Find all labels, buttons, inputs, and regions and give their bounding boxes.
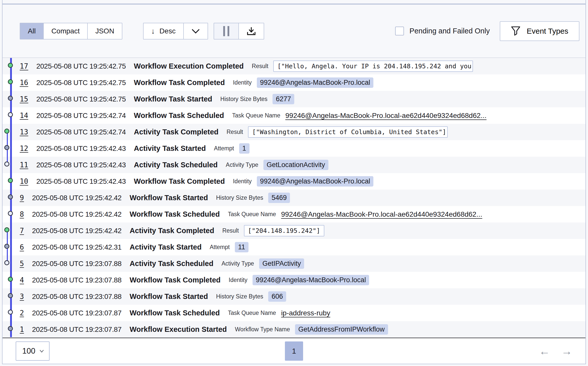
sort-order-label: Desc [160,27,176,35]
sort-options-dropdown-button[interactable] [184,23,208,39]
pending-failed-checkbox[interactable] [395,27,404,35]
event-types-button[interactable]: Event Types [500,21,579,41]
previous-page-button[interactable]: ← [539,345,550,357]
event-id-link[interactable]: 8 [20,210,24,218]
top-strip [3,0,585,4]
page-size-value: 100 [22,347,35,356]
event-row[interactable]: 1 2025-05-08 UTC 19:23:07.87 Workflow Ex… [3,321,585,338]
event-attribute: Attempt 1 [214,143,249,154]
event-attr-value: 1 [239,143,250,154]
event-row[interactable]: 16 2025-05-08 UTC 19:25:42.75 Workflow T… [3,74,585,91]
event-attribute: Workflow Type Name GetAddressFromIPWorkf… [235,324,388,335]
event-attr-label: Identity [229,277,247,283]
event-timestamp: 2025-05-08 UTC 19:25:42.74 [36,112,126,120]
event-name: Activity Task Started [130,243,202,251]
event-attr-value[interactable]: 99246@Angelas-MacBook-Pro.local-ae62d440… [285,112,487,120]
pause-icon [223,26,229,36]
event-row[interactable]: 13 2025-05-08 UTC 19:25:42.74 Activity T… [3,124,585,140]
event-row[interactable]: 10 2025-05-08 UTC 19:25:42.43 Workflow T… [3,173,585,190]
filter-funnel-icon [511,26,521,36]
event-name: Workflow Task Started [130,292,208,301]
event-row[interactable]: 5 2025-05-08 UTC 19:23:07.88 Activity Ta… [3,255,585,272]
event-attr-value: ["Washington, District of Columbia, Unit… [248,126,448,138]
event-row[interactable]: 11 2025-05-08 UTC 19:25:42.43 Activity T… [3,157,585,173]
next-page-button[interactable]: → [561,345,572,357]
event-attr-label: Result [222,227,239,234]
event-table: 17 2025-05-08 UTC 19:25:42.75 Workflow E… [3,57,585,337]
event-id-link[interactable]: 15 [20,95,28,103]
event-attribute: Task Queue Name 99246@Angelas-MacBook-Pr… [232,112,486,120]
current-page-button[interactable]: 1 [285,341,303,361]
event-row[interactable]: 12 2025-05-08 UTC 19:25:42.43 Activity T… [3,140,585,157]
pending-failed-label: Pending and Failed Only [410,27,490,35]
event-timestamp: 2025-05-08 UTC 19:23:07.88 [32,293,122,301]
event-id-link[interactable]: 5 [20,259,24,268]
event-status-dot [8,310,13,315]
view-mode-json-button[interactable]: JSON [88,23,122,39]
event-row[interactable]: 6 2025-05-08 UTC 19:25:42.31 Activity Ta… [3,239,585,255]
event-row[interactable]: 4 2025-05-08 UTC 19:23:07.88 Workflow Ta… [3,272,585,288]
event-attribute: Task Queue Name 99246@Angelas-MacBook-Pr… [228,210,482,218]
event-id-link[interactable]: 4 [20,276,24,284]
event-name: Workflow Execution Completed [134,62,244,70]
event-attribute: Identity 99246@Angelas-MacBook-Pro.local [233,176,373,187]
view-mode-compact-button[interactable]: Compact [44,23,88,39]
event-id-link[interactable]: 7 [20,227,24,235]
event-id-link[interactable]: 11 [20,161,28,169]
event-timestamp: 2025-05-08 UTC 19:23:07.88 [32,260,122,268]
event-id-link[interactable]: 1 [20,325,24,334]
event-name: Workflow Task Completed [130,276,221,284]
event-row[interactable]: 8 2025-05-08 UTC 19:25:42.42 Workflow Ta… [3,206,585,222]
event-timestamp: 2025-05-08 UTC 19:25:42.42 [32,194,122,202]
sort-order-button[interactable]: ↓ Desc [144,23,184,39]
event-id-link[interactable]: 6 [20,243,24,251]
event-status-dot [4,260,9,265]
event-attribute: Identity 99246@Angelas-MacBook-Pro.local [229,275,369,285]
event-attribute: Result ["204.148.195.242"] [222,225,324,236]
event-status-dot [4,244,9,249]
event-status-dot [8,277,13,282]
event-row[interactable]: 14 2025-05-08 UTC 19:25:42.74 Workflow T… [3,107,585,124]
event-status-dot [8,194,13,199]
event-timestamp: 2025-05-08 UTC 19:25:42.43 [36,145,126,153]
pause-button[interactable] [214,23,239,39]
event-id-link[interactable]: 14 [20,111,28,120]
event-row[interactable]: 7 2025-05-08 UTC 19:25:42.42 Activity Ta… [3,222,585,239]
page-size-select[interactable]: 100 [16,341,50,361]
event-row[interactable]: 2 2025-05-08 UTC 19:23:07.87 Workflow Ta… [3,305,585,321]
event-status-dot [4,227,9,232]
event-attr-value: 99246@Angelas-MacBook-Pro.local [257,176,374,187]
sort-split-button: ↓ Desc [143,23,208,39]
event-row[interactable]: 9 2025-05-08 UTC 19:25:42.42 Workflow Ta… [3,190,585,206]
event-attr-value[interactable]: ip-address-ruby [281,309,330,317]
event-timestamp: 2025-05-08 UTC 19:25:42.43 [36,177,126,186]
event-id-link[interactable]: 3 [20,292,24,301]
event-attr-label: History Size Bytes [216,293,263,300]
event-attr-value[interactable]: 99246@Angelas-MacBook-Pro.local-ae62d440… [281,210,482,218]
event-id-link[interactable]: 12 [20,144,28,153]
event-timestamp: 2025-05-08 UTC 19:25:42.31 [32,243,122,251]
event-history-toolbar: All Compact JSON ↓ Desc [3,5,585,57]
event-id-link[interactable]: 13 [20,128,28,136]
event-id-link[interactable]: 16 [20,78,28,87]
event-status-dot [4,161,9,167]
select-chevron-icon [39,350,44,353]
view-mode-all-button[interactable]: All [20,23,44,39]
pagination-arrows: ← → [539,345,572,357]
event-status-dot [8,112,13,117]
event-row[interactable]: 17 2025-05-08 UTC 19:25:42.75 Workflow E… [3,58,585,74]
event-id-link[interactable]: 10 [20,177,28,186]
event-row[interactable]: 3 2025-05-08 UTC 19:23:07.88 Workflow Ta… [3,288,585,305]
event-attribute: Result ["Hello, Angela. Your IP is 204.1… [252,60,473,72]
event-timestamp: 2025-05-08 UTC 19:25:42.75 [36,95,126,103]
event-attribute: Identity 99246@Angelas-MacBook-Pro.local [233,77,373,88]
event-status-dot [8,63,13,68]
download-button[interactable] [239,23,264,39]
event-id-link[interactable]: 2 [20,309,24,317]
download-icon [246,26,256,37]
event-id-link[interactable]: 9 [20,194,24,202]
event-timestamp: 2025-05-08 UTC 19:23:07.88 [32,276,122,284]
event-attribute: History Size Bytes 6277 [220,94,295,104]
event-row[interactable]: 15 2025-05-08 UTC 19:25:42.75 Workflow T… [3,91,585,107]
event-id-link[interactable]: 17 [20,62,28,70]
